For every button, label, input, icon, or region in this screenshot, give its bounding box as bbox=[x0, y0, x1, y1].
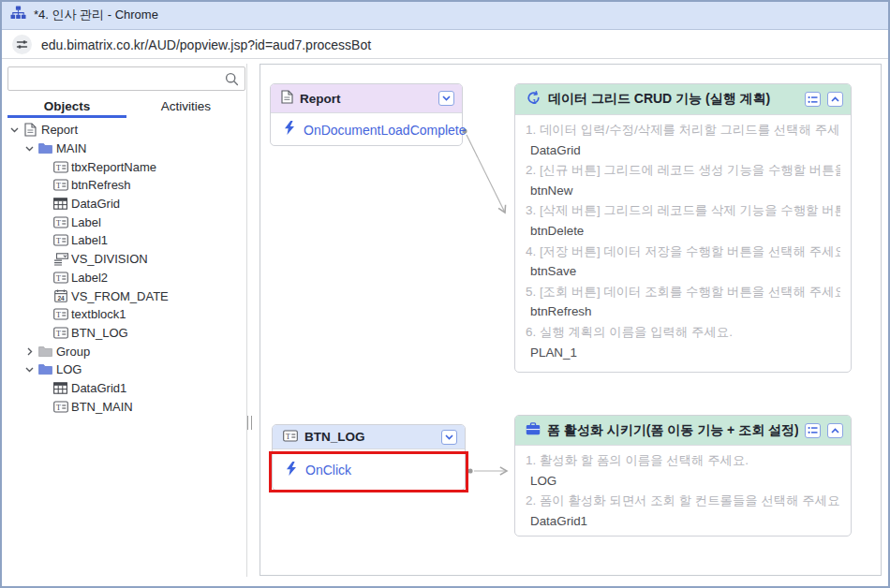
task-steps: 1. 데이터 입력/수정/삭제를 처리할 그리드를 선택해 주세요DataGri… bbox=[515, 115, 851, 368]
search-box[interactable] bbox=[7, 66, 245, 91]
splitter-grip-icon[interactable] bbox=[247, 416, 252, 430]
node-card-btnlog[interactable]: T BTN_LOG OnClick bbox=[272, 424, 466, 491]
tree-item-label: MAIN bbox=[54, 141, 87, 155]
window-title: *4. 인사 관리 - Chrome bbox=[34, 7, 158, 23]
chevron-down-button[interactable] bbox=[438, 91, 454, 106]
tree-item-group[interactable]: Group bbox=[6, 342, 245, 360]
tree-item-datagrid1[interactable]: DataGrid1 bbox=[6, 379, 245, 398]
tree-item-label1[interactable]: TLabel1 bbox=[6, 231, 245, 250]
task-card-crud[interactable]: 1 데이터 그리드 CRUD 기능 (실행 계획) 1. 데이터 입력/수정/삭… bbox=[514, 83, 852, 373]
sidebar-tabs: Objects Activities bbox=[7, 94, 245, 118]
svg-text:T: T bbox=[56, 311, 61, 319]
event-name[interactable]: OnClick bbox=[305, 463, 351, 478]
tree-item-btn_main[interactable]: TBTN_MAIN bbox=[6, 397, 245, 416]
svg-text:T: T bbox=[56, 237, 61, 245]
tab-activities[interactable]: Activities bbox=[126, 94, 245, 118]
object-tree: ReportMAINTtbxReportNameTbtnRefreshDataG… bbox=[6, 121, 245, 416]
tree-item-label: DataGrid bbox=[69, 197, 120, 211]
tree-item-main[interactable]: MAIN bbox=[6, 140, 245, 158]
tree-item-vs_division[interactable]: VS_DIVISION bbox=[6, 250, 245, 269]
textbox-icon: T bbox=[52, 327, 69, 339]
step-instruction: 5. [조회 버튼] 데이터 조회를 수행할 버튼을 선택해 주세요 bbox=[526, 282, 840, 302]
node-header: T BTN_LOG bbox=[273, 425, 465, 449]
site-settings-icon[interactable] bbox=[12, 35, 32, 54]
expander-open-icon[interactable] bbox=[7, 127, 22, 133]
url-bar[interactable]: edu.bimatrix.co.kr/AUD/popview.jsp?id=au… bbox=[0, 31, 890, 59]
tree-item-label: Label1 bbox=[69, 233, 108, 247]
task-card-form-activate[interactable]: 폼 활성화 시키기(폼 이동 기능 + 조회 설정) 1. 활성화 할 폼의 이… bbox=[514, 415, 852, 537]
step-instruction: 6. 실행 계획의 이름을 입력해 주세요. bbox=[526, 322, 840, 343]
tree-item-btnrefresh[interactable]: TbtnRefresh bbox=[6, 176, 245, 195]
task-header: 폼 활성화 시키기(폼 이동 기능 + 조회 설정) bbox=[515, 416, 851, 446]
node-title: Report bbox=[300, 92, 432, 106]
step-value: btnNew bbox=[526, 181, 840, 201]
tree-item-label: VS_DIVISION bbox=[69, 252, 148, 266]
expander-open-icon[interactable] bbox=[22, 146, 37, 152]
svg-text:T: T bbox=[56, 163, 61, 171]
textbox-icon: T bbox=[52, 308, 69, 320]
chevron-down-button[interactable] bbox=[441, 430, 457, 445]
folder-icon bbox=[37, 142, 54, 154]
tree-item-label: Group bbox=[54, 345, 90, 359]
url-text[interactable]: edu.bimatrix.co.kr/AUD/popview.jsp?id=au… bbox=[41, 37, 371, 52]
search-input[interactable] bbox=[8, 67, 245, 90]
task-title: 폼 활성화 시키기(폼 이동 기능 + 조회 설정) bbox=[547, 422, 798, 439]
step-value: btnDelete bbox=[526, 221, 840, 242]
expander-closed-icon[interactable] bbox=[22, 347, 37, 356]
tree-item-datagrid[interactable]: DataGrid bbox=[6, 195, 245, 213]
search-icon[interactable] bbox=[225, 72, 239, 90]
step-value: btnSave bbox=[526, 261, 840, 282]
detail-list-button[interactable] bbox=[805, 423, 821, 438]
grid-icon bbox=[52, 198, 69, 210]
flow-canvas[interactable]: Report OnDocumentLoadComplete 1 bbox=[260, 64, 882, 576]
event-row[interactable]: OnDocumentLoadComplete bbox=[271, 113, 462, 146]
report-icon bbox=[22, 123, 39, 137]
tree-item-label2[interactable]: TLabel2 bbox=[6, 269, 245, 287]
document-icon bbox=[281, 90, 293, 108]
node-card-report[interactable]: Report OnDocumentLoadComplete bbox=[270, 83, 463, 146]
collapse-button[interactable] bbox=[827, 423, 843, 438]
textbox-icon: T bbox=[52, 161, 69, 173]
svg-text:T: T bbox=[56, 403, 61, 411]
tree-item-label: textblock1 bbox=[69, 307, 126, 321]
tree-item-tbxreportname[interactable]: TtbxReportName bbox=[6, 157, 245, 176]
window-titlebar: *4. 인사 관리 - Chrome bbox=[0, 0, 890, 30]
textbox-icon: T bbox=[283, 429, 298, 446]
combobox-icon bbox=[52, 253, 69, 266]
tree-item-label: Report bbox=[39, 123, 78, 137]
tree-item-label: Label bbox=[69, 215, 101, 229]
step-instruction: 1. 활성화 할 폼의 이름을 선택해 주세요. bbox=[526, 450, 840, 471]
calendar-icon: 24 bbox=[52, 289, 69, 302]
tab-objects[interactable]: Objects bbox=[7, 94, 126, 118]
expander-open-icon[interactable] bbox=[22, 367, 37, 373]
step-instruction: 2. [신규 버튼] 그리드에 레코드 생성 기능을 수행할 버튼을 선 bbox=[526, 160, 840, 181]
node-header: Report bbox=[271, 84, 462, 113]
sitemap-favicon-icon bbox=[10, 6, 26, 23]
tree-item-vs_from_date[interactable]: 24VS_FROM_DATE bbox=[6, 287, 245, 305]
collapse-button[interactable] bbox=[827, 92, 843, 107]
textbox-icon: T bbox=[52, 234, 69, 246]
task-header: 1 데이터 그리드 CRUD 기능 (실행 계획) bbox=[515, 84, 851, 115]
textbox-icon: T bbox=[52, 272, 69, 284]
node-title: BTN_LOG bbox=[304, 430, 435, 444]
tree-item-btn_log[interactable]: TBTN_LOG bbox=[6, 324, 245, 343]
event-row[interactable]: OnClick bbox=[273, 449, 465, 491]
tree-item-label: VS_FROM_DATE bbox=[69, 289, 169, 303]
tree-item-label: LOG bbox=[54, 362, 82, 376]
repeat-once-icon: 1 bbox=[526, 90, 541, 110]
detail-list-button[interactable] bbox=[805, 92, 821, 107]
tree-item-textblock1[interactable]: Ttextblock1 bbox=[6, 305, 245, 324]
task-title: 데이터 그리드 CRUD 기능 (실행 계획) bbox=[548, 91, 798, 108]
panel-splitter[interactable] bbox=[246, 64, 247, 577]
svg-text:T: T bbox=[56, 182, 61, 190]
tree-item-report[interactable]: Report bbox=[6, 121, 245, 140]
event-name[interactable]: OnDocumentLoadComplete bbox=[304, 123, 467, 138]
step-value: DataGrid bbox=[526, 140, 840, 161]
tree-item-log[interactable]: LOG bbox=[6, 360, 245, 379]
textbox-icon: T bbox=[52, 216, 69, 228]
briefcase-icon bbox=[526, 422, 541, 439]
step-value: PLAN_1 bbox=[526, 343, 840, 363]
tree-item-label[interactable]: TLabel bbox=[6, 213, 245, 231]
grid-icon bbox=[52, 382, 69, 394]
textbox-icon: T bbox=[52, 401, 69, 413]
